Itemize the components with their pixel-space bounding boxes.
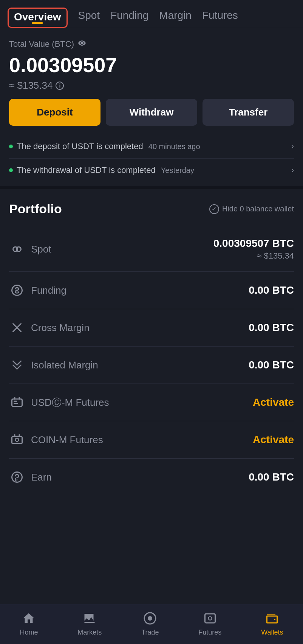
notif-message-0: The deposit of USDT is completed (17, 142, 143, 151)
earn-icon (9, 469, 25, 485)
total-value-label: Total Value (BTC) (9, 39, 294, 49)
withdraw-button[interactable]: Withdraw (106, 99, 197, 126)
bottom-nav-markets[interactable]: Markets (77, 610, 102, 636)
portfolio-spot-value: 0.00309507 BTC ≈ $135.34 (213, 237, 294, 261)
portfolio-title: Portfolio (9, 202, 62, 216)
notifications: The deposit of USDT is completed 40 minu… (0, 135, 303, 182)
futures-nav-label: Futures (198, 629, 221, 636)
cross-margin-icon (9, 320, 25, 336)
notif-dot (9, 145, 13, 148)
total-value-amount: 0.00309507 (9, 53, 294, 77)
eye-icon[interactable] (78, 39, 86, 49)
svg-point-8 (148, 616, 152, 621)
spot-icon (9, 241, 25, 257)
home-icon (21, 610, 37, 626)
portfolio-cross-margin-value: 0.00 BTC (249, 322, 294, 334)
deposit-button[interactable]: Deposit (9, 99, 100, 126)
svg-point-10 (208, 617, 212, 620)
cross-margin-btc: 0.00 BTC (249, 322, 294, 334)
funding-btc: 0.00 BTC (249, 284, 294, 296)
info-icon[interactable]: i (56, 82, 64, 90)
total-value-usd: ≈ $135.34 i (9, 80, 294, 91)
wallets-icon (264, 610, 280, 626)
portfolio-header: Portfolio ✓ Hide 0 balance wallet (9, 202, 294, 216)
portfolio-isolated-margin-label: Isolated Margin (31, 359, 98, 371)
markets-label: Markets (77, 629, 102, 636)
isolated-margin-icon (9, 357, 25, 373)
portfolio-usdm-futures-label: USDⒸ-M Futures (31, 396, 109, 409)
bottom-nav-futures[interactable]: Futures (198, 610, 221, 636)
portfolio-isolated-margin-value: 0.00 BTC (249, 359, 294, 371)
earn-btc: 0.00 BTC (249, 471, 294, 483)
portfolio-earn-label: Earn (31, 471, 52, 483)
portfolio-item-usdm-futures[interactable]: USDⒸ-M Futures Activate (9, 384, 294, 421)
portfolio-funding-label: Funding (31, 285, 66, 296)
nav-spot[interactable]: Spot (78, 9, 100, 26)
isolated-margin-btc: 0.00 BTC (249, 359, 294, 371)
notif-text: The withdrawal of USDT is completed Yest… (17, 165, 194, 175)
notif-time-0: 40 minutes ago (148, 142, 200, 151)
notification-item[interactable]: The deposit of USDT is completed 40 minu… (9, 135, 294, 159)
futures-nav-icon (202, 610, 218, 626)
funding-icon (9, 282, 25, 298)
trade-icon (142, 610, 158, 626)
hide-balance-label: Hide 0 balance wallet (222, 205, 294, 213)
total-value-section: Total Value (BTC) 0.00309507 ≈ $135.34 i (0, 28, 303, 99)
notification-item[interactable]: The withdrawal of USDT is completed Yest… (9, 159, 294, 182)
bottom-nav-trade[interactable]: Trade (141, 610, 159, 636)
portfolio-item-spot[interactable]: Spot 0.00309507 BTC ≈ $135.34 (9, 227, 294, 272)
hide-balance-toggle[interactable]: ✓ Hide 0 balance wallet (209, 204, 294, 214)
portfolio-cross-margin-label: Cross Margin (31, 322, 90, 334)
svg-rect-9 (205, 614, 215, 623)
chevron-right-icon: › (291, 142, 294, 151)
portfolio-funding-value: 0.00 BTC (249, 284, 294, 296)
notif-time-1: Yesterday (161, 166, 194, 174)
markets-icon (82, 610, 97, 626)
top-navigation: Overview Spot Funding Margin Futures (0, 0, 303, 28)
transfer-button[interactable]: Transfer (203, 99, 294, 126)
usd-amount: ≈ $135.34 (9, 80, 53, 91)
portfolio-item-cross-margin[interactable]: Cross Margin 0.00 BTC (9, 309, 294, 347)
home-label: Home (20, 629, 38, 636)
usdm-futures-icon (9, 394, 25, 410)
notif-message-1: The withdrawal of USDT is completed (17, 165, 156, 175)
portfolio-item-isolated-margin[interactable]: Isolated Margin 0.00 BTC (9, 347, 294, 384)
spot-btc: 0.00309507 BTC (213, 237, 294, 250)
portfolio-earn-value: 0.00 BTC (249, 471, 294, 483)
check-circle-icon: ✓ (209, 204, 219, 214)
coinm-activate-btn[interactable]: Activate (253, 434, 294, 446)
svg-rect-4 (12, 436, 22, 444)
portfolio-item-earn[interactable]: Earn 0.00 BTC (9, 459, 294, 496)
portfolio-item-funding[interactable]: Funding 0.00 BTC (9, 272, 294, 309)
portfolio-usdm-futures-value: Activate (253, 396, 294, 408)
chevron-right-icon: › (291, 165, 294, 175)
nav-overview[interactable]: Overview (8, 8, 68, 28)
portfolio-section: Portfolio ✓ Hide 0 balance wallet Spot 0… (0, 193, 303, 496)
notif-text: The deposit of USDT is completed 40 minu… (17, 142, 200, 151)
section-divider (0, 186, 303, 189)
portfolio-coinm-futures-label: COIN-M Futures (31, 434, 103, 446)
bottom-navigation: Home Markets Trade Futures (0, 604, 303, 644)
spot-usd: ≈ $135.34 (213, 251, 294, 261)
portfolio-coinm-futures-value: Activate (253, 434, 294, 446)
notif-dot (9, 168, 13, 172)
nav-funding[interactable]: Funding (110, 9, 148, 26)
btc-amount: 0.00309507 (9, 53, 117, 77)
svg-rect-3 (12, 399, 22, 407)
wallets-label: Wallets (261, 629, 283, 636)
bottom-nav-wallets[interactable]: Wallets (261, 610, 283, 636)
nav-futures[interactable]: Futures (202, 9, 238, 26)
usdm-activate-btn[interactable]: Activate (253, 396, 294, 408)
nav-margin[interactable]: Margin (159, 9, 192, 26)
portfolio-spot-label: Spot (31, 243, 51, 255)
total-value-text: Total Value (BTC) (9, 39, 74, 49)
coinm-futures-icon (9, 432, 25, 448)
svg-point-5 (15, 438, 19, 442)
portfolio-item-coinm-futures[interactable]: COIN-M Futures Activate (9, 421, 294, 459)
action-buttons: Deposit Withdraw Transfer (0, 99, 303, 135)
bottom-nav-home[interactable]: Home (20, 610, 38, 636)
trade-label: Trade (141, 629, 159, 636)
